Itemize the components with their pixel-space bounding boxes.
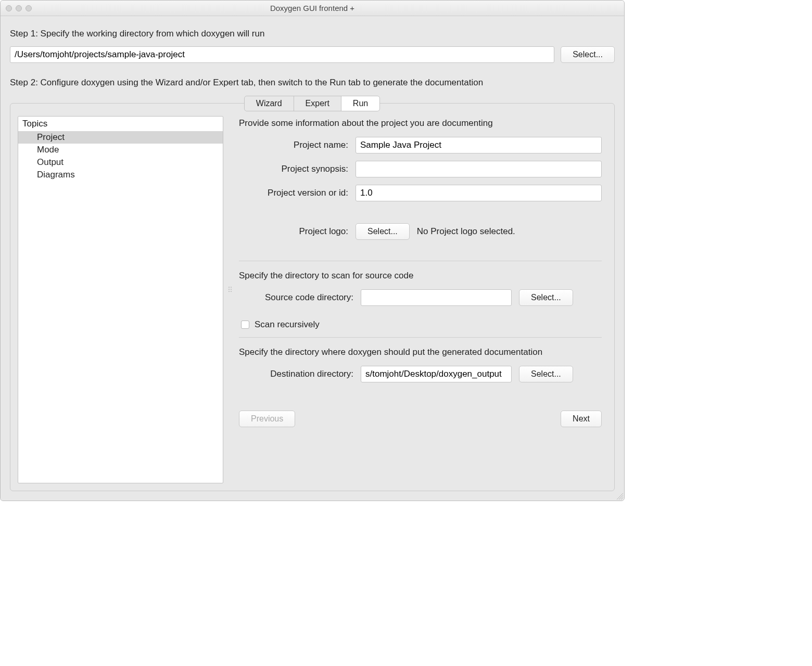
- splitter-handle[interactable]: [228, 285, 232, 292]
- svg-point-0: [229, 287, 230, 288]
- sidebar-item-project[interactable]: Project: [18, 131, 223, 144]
- wizard-pane: Topics Project Mode Output Diagrams Prov…: [10, 103, 615, 491]
- project-synopsis-row: Project synopsis:: [239, 161, 602, 177]
- close-icon[interactable]: [6, 5, 12, 11]
- svg-point-2: [229, 289, 230, 290]
- step1-label: Step 1: Specify the working directory fr…: [10, 29, 615, 39]
- project-logo-select-button[interactable]: Select...: [356, 223, 410, 240]
- scan-recursively-checkbox[interactable]: [241, 321, 249, 329]
- tab-strip: Wizard Expert Run: [10, 96, 615, 111]
- dest-heading: Specify the directory where doxygen shou…: [239, 347, 602, 357]
- svg-point-1: [231, 287, 232, 288]
- project-version-input[interactable]: [356, 185, 602, 201]
- tab-run[interactable]: Run: [341, 96, 380, 111]
- working-directory-input[interactable]: [10, 46, 554, 63]
- divider-2: [239, 337, 602, 338]
- project-logo-row: Project logo: Select... No Project logo …: [239, 223, 602, 240]
- project-version-row: Project version or id:: [239, 185, 602, 201]
- project-logo-label: Project logo:: [239, 226, 348, 237]
- window-body: Step 1: Specify the working directory fr…: [1, 16, 624, 501]
- workdir-select-button[interactable]: Select...: [561, 46, 615, 63]
- svg-point-3: [231, 289, 232, 290]
- app-window: Doxygen GUI frontend + Step 1: Specify t…: [0, 0, 625, 501]
- zoom-icon[interactable]: [26, 5, 32, 11]
- previous-button[interactable]: Previous: [239, 411, 295, 427]
- next-button[interactable]: Next: [561, 411, 602, 427]
- svg-line-7: [619, 495, 623, 499]
- workdir-row: Select...: [10, 46, 615, 63]
- source-heading: Specify the directory to scan for source…: [239, 271, 602, 281]
- sidebar-item-output[interactable]: Output: [18, 156, 223, 169]
- project-logo-status: No Project logo selected.: [417, 226, 515, 237]
- source-dir-row: Source code directory: Select...: [239, 289, 602, 306]
- svg-point-4: [229, 291, 230, 292]
- divider-1: [239, 261, 602, 261]
- scan-recursively-row: Scan recursively: [241, 319, 602, 330]
- project-name-input[interactable]: [356, 137, 602, 153]
- project-synopsis-input[interactable]: [356, 161, 602, 177]
- project-intro: Provide some information about the proje…: [239, 118, 602, 129]
- project-synopsis-label: Project synopsis:: [239, 164, 348, 174]
- svg-line-8: [621, 497, 623, 499]
- nav-row: Previous Next: [239, 411, 602, 427]
- project-name-label: Project name:: [239, 140, 348, 150]
- dest-dir-label: Destination directory:: [239, 369, 353, 379]
- sidebar-item-mode[interactable]: Mode: [18, 144, 223, 156]
- project-version-label: Project version or id:: [239, 188, 348, 198]
- scan-recursively-label: Scan recursively: [255, 319, 320, 330]
- project-name-row: Project name:: [239, 137, 602, 153]
- dest-dir-row: Destination directory: Select...: [239, 366, 602, 382]
- dest-dir-input[interactable]: [361, 366, 512, 382]
- step2-label: Step 2: Configure doxygen using the Wiza…: [10, 78, 615, 88]
- titlebar: Doxygen GUI frontend +: [1, 1, 624, 16]
- wizard-content: Provide some information about the proje…: [239, 116, 607, 483]
- resize-grip-icon[interactable]: [615, 491, 623, 499]
- source-dir-input[interactable]: [361, 289, 512, 306]
- source-dir-select-button[interactable]: Select...: [519, 289, 573, 306]
- topics-header: Topics: [18, 117, 223, 131]
- sidebar-item-diagrams[interactable]: Diagrams: [18, 169, 223, 181]
- window-controls: [1, 5, 32, 11]
- dest-dir-select-button[interactable]: Select...: [519, 366, 573, 382]
- window-title: Doxygen GUI frontend +: [1, 4, 624, 12]
- tab-wizard[interactable]: Wizard: [244, 96, 294, 111]
- minimize-icon[interactable]: [16, 5, 22, 11]
- svg-point-5: [231, 291, 232, 292]
- topics-sidebar: Topics Project Mode Output Diagrams: [18, 116, 223, 483]
- tab-expert[interactable]: Expert: [294, 96, 341, 111]
- source-dir-label: Source code directory:: [239, 292, 353, 303]
